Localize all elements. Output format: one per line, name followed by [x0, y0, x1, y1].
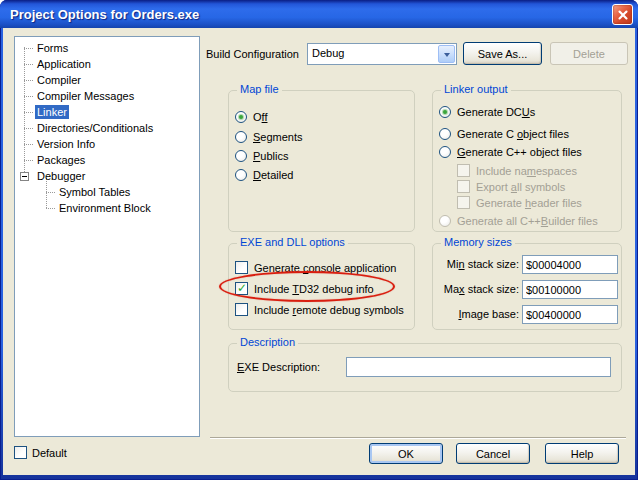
cancel-button[interactable]: Cancel — [456, 443, 530, 464]
radio-icon — [235, 131, 247, 143]
checkbox-icon — [457, 180, 470, 193]
image-base-input[interactable] — [522, 305, 618, 324]
radio-label: Publics — [253, 150, 288, 162]
checkbox-icon — [457, 164, 470, 177]
radio-map-publics[interactable]: Publics — [235, 148, 288, 163]
delete-label: Delete — [573, 48, 605, 60]
tree-stub — [24, 48, 33, 49]
tree-label: Debugger — [35, 169, 87, 183]
project-options-dialog: Project Options for Orders.exe Forms App… — [0, 0, 638, 480]
radio-label: Detailed — [253, 169, 293, 181]
radio-label: Segments — [253, 131, 303, 143]
default-label: Default — [32, 447, 67, 459]
tree-stub — [24, 64, 33, 65]
radio-map-detailed[interactable]: Detailed — [235, 167, 293, 182]
tree-stub — [46, 192, 55, 193]
footer-separator — [210, 437, 626, 439]
linker-output-group-title: Linker output — [441, 83, 511, 95]
radio-label: Generate all C++Builder files — [457, 215, 598, 227]
radio-generate-c-object-files[interactable]: Generate C object files — [439, 126, 569, 141]
dialog-client-area: Forms Application Compiler Compiler Mess… — [3, 28, 635, 475]
radio-icon — [235, 150, 247, 162]
sidebar-item-environment-block[interactable]: Environment Block — [15, 200, 199, 216]
sidebar-item-directories-conditionals[interactable]: Directories/Conditionals — [15, 120, 199, 136]
sidebar-item-version-info[interactable]: Version Info — [15, 136, 199, 152]
memory-sizes-group-title: Memory sizes — [441, 236, 515, 248]
tree-label-selected: Linker — [35, 105, 69, 119]
sidebar-item-forms[interactable]: Forms — [15, 40, 199, 56]
cancel-label: Cancel — [476, 448, 510, 460]
sidebar-item-compiler[interactable]: Compiler — [15, 72, 199, 88]
radio-icon — [235, 169, 247, 181]
minus-glyph — [22, 176, 27, 177]
radio-icon — [235, 111, 247, 123]
tree-stub — [24, 128, 33, 129]
sidebar-item-compiler-messages[interactable]: Compiler Messages — [15, 88, 199, 104]
checkbox-label: Generate header files — [476, 197, 582, 209]
map-file-group: Map file Off Segments Publics Detailed — [228, 90, 415, 232]
radio-label: Off — [253, 111, 267, 123]
checkbox-include-namespaces: Include namespaces — [457, 163, 577, 178]
linker-output-group: Linker output Generate DCUs Generate C o… — [432, 90, 622, 232]
exe-description-input[interactable] — [346, 357, 611, 377]
options-tree: Forms Application Compiler Compiler Mess… — [14, 36, 200, 437]
description-group-title: Description — [237, 336, 298, 348]
exe-dll-options-group: EXE and DLL options Generate console app… — [228, 243, 415, 330]
checkbox-label: Generate console application — [254, 262, 397, 274]
save-as-button[interactable]: Save As... — [463, 42, 542, 65]
default-checkbox[interactable]: Default — [14, 445, 67, 460]
tree-label: Symbol Tables — [57, 185, 132, 199]
sidebar-item-packages[interactable]: Packages — [15, 152, 199, 168]
chevron-down-icon[interactable] — [438, 45, 455, 63]
radio-icon — [439, 106, 451, 118]
radio-map-off[interactable]: Off — [235, 109, 267, 124]
tree-stub — [46, 208, 55, 209]
close-icon — [617, 9, 629, 21]
collapse-minus-icon[interactable] — [20, 172, 29, 181]
max-stack-size-input[interactable] — [522, 280, 618, 299]
tree-stub — [24, 144, 33, 145]
radio-generate-cpp-object-files[interactable]: Generate C++ object files — [439, 144, 582, 159]
tree-label: Directories/Conditionals — [35, 121, 155, 135]
radio-icon — [439, 215, 451, 227]
sidebar-item-linker[interactable]: Linker — [15, 104, 199, 120]
sidebar-item-application[interactable]: Application — [15, 56, 199, 72]
checkbox-generate-console-application[interactable]: Generate console application — [235, 260, 397, 275]
exe-description-label: EXE Description: — [237, 361, 320, 373]
ok-label: OK — [398, 448, 414, 460]
checkbox-label: Include TD32 debug info — [254, 283, 374, 295]
checkbox-checked-icon — [235, 282, 248, 295]
delete-button: Delete — [550, 42, 628, 65]
tree-stub — [24, 96, 33, 97]
image-base-label: Image base: — [435, 308, 519, 320]
tree-stub — [24, 160, 33, 161]
min-stack-size-input[interactable] — [522, 255, 618, 274]
ok-button[interactable]: OK — [369, 443, 443, 464]
checkbox-generate-header-files: Generate header files — [457, 195, 582, 210]
radio-label: Generate C object files — [457, 128, 569, 140]
checkbox-label: Export all symbols — [476, 181, 565, 193]
radio-icon — [439, 146, 451, 158]
exe-dll-group-title: EXE and DLL options — [237, 236, 348, 248]
description-group: Description EXE Description: — [228, 343, 622, 392]
tree-label: Packages — [35, 153, 87, 167]
tree-stub — [24, 80, 33, 81]
close-button[interactable] — [612, 4, 633, 25]
title-bar[interactable]: Project Options for Orders.exe — [0, 0, 638, 28]
sidebar-item-symbol-tables[interactable]: Symbol Tables — [15, 184, 199, 200]
tree-label: Compiler Messages — [35, 89, 136, 103]
checkbox-icon — [235, 261, 248, 274]
build-configuration-value: Debug — [312, 47, 344, 59]
help-button[interactable]: Help — [545, 443, 619, 464]
radio-generate-dcus[interactable]: Generate DCUs — [439, 104, 535, 119]
tree-label: Compiler — [35, 73, 83, 87]
checkbox-include-td32-debug-info[interactable]: Include TD32 debug info — [235, 281, 374, 296]
checkbox-icon — [14, 446, 27, 459]
sidebar-item-debugger[interactable]: Debugger — [15, 168, 199, 184]
build-configuration-select[interactable]: Debug — [307, 43, 457, 65]
radio-map-segments[interactable]: Segments — [235, 129, 303, 144]
help-label: Help — [571, 448, 594, 460]
checkbox-icon — [457, 196, 470, 209]
tree-label: Application — [35, 57, 93, 71]
checkbox-include-remote-debug-symbols[interactable]: Include remote debug symbols — [235, 302, 404, 317]
